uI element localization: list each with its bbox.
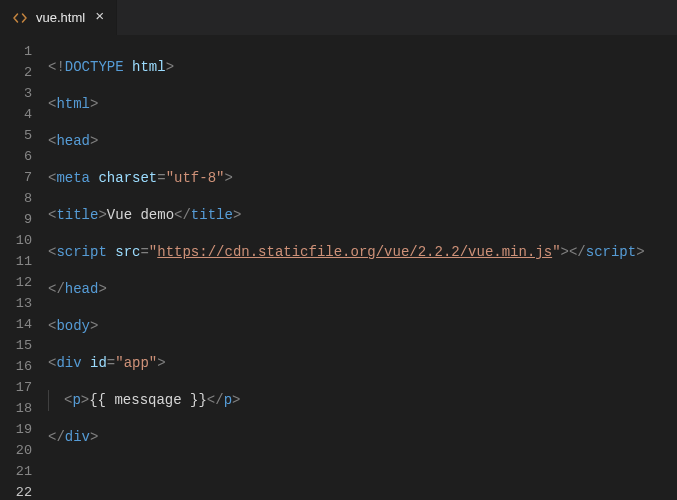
code-line[interactable]: <body> bbox=[48, 316, 645, 337]
code-line[interactable]: <title>Vue demo</title> bbox=[48, 205, 645, 226]
code-line[interactable]: </head> bbox=[48, 279, 645, 300]
file-tab[interactable]: vue.html × bbox=[0, 0, 117, 35]
line-number: 10 bbox=[0, 230, 32, 251]
line-number: 8 bbox=[0, 188, 32, 209]
line-number: 3 bbox=[0, 83, 32, 104]
code-line[interactable]: <html> bbox=[48, 94, 645, 115]
code-line[interactable]: <div id="app"> bbox=[48, 353, 645, 374]
line-number: 17 bbox=[0, 377, 32, 398]
code-line[interactable]: <script src="https://cdn.staticfile.org/… bbox=[48, 242, 645, 263]
code-area[interactable]: <!DOCTYPE html> <html> <head> <meta char… bbox=[48, 35, 645, 500]
line-number: 4 bbox=[0, 104, 32, 125]
line-number: 6 bbox=[0, 146, 32, 167]
line-number: 2 bbox=[0, 62, 32, 83]
line-number: 14 bbox=[0, 314, 32, 335]
code-line[interactable]: <meta charset="utf-8"> bbox=[48, 168, 645, 189]
tab-bar: vue.html × bbox=[0, 0, 677, 35]
line-number: 9 bbox=[0, 209, 32, 230]
line-number: 7 bbox=[0, 167, 32, 188]
code-line[interactable]: <head> bbox=[48, 131, 645, 152]
line-number: 13 bbox=[0, 293, 32, 314]
code-line[interactable]: <p>{{ messqage }}</p> bbox=[48, 390, 645, 411]
line-gutter: 1 2 3 4 5 6 7 8 9 10 11 12 13 14 15 16 1… bbox=[0, 35, 48, 500]
line-number: 15 bbox=[0, 335, 32, 356]
code-line[interactable]: </div> bbox=[48, 427, 645, 448]
line-number: 22 bbox=[0, 482, 32, 500]
line-number: 12 bbox=[0, 272, 32, 293]
line-number: 5 bbox=[0, 125, 32, 146]
line-number: 11 bbox=[0, 251, 32, 272]
line-number: 21 bbox=[0, 461, 32, 482]
line-number: 16 bbox=[0, 356, 32, 377]
code-line[interactable] bbox=[48, 464, 645, 485]
tab-filename: vue.html bbox=[36, 10, 85, 25]
close-icon[interactable]: × bbox=[93, 8, 106, 27]
editor[interactable]: 1 2 3 4 5 6 7 8 9 10 11 12 13 14 15 16 1… bbox=[0, 35, 677, 500]
code-line[interactable]: <!DOCTYPE html> bbox=[48, 57, 645, 78]
code-icon bbox=[12, 10, 28, 26]
line-number: 18 bbox=[0, 398, 32, 419]
line-number: 1 bbox=[0, 41, 32, 62]
line-number: 19 bbox=[0, 419, 32, 440]
line-number: 20 bbox=[0, 440, 32, 461]
